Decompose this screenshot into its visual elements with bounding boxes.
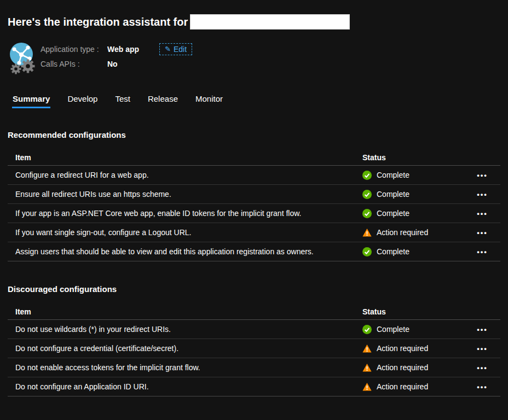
row-item-text: If you want single sign-out, configure a… — [15, 228, 362, 237]
tab-develop[interactable]: Develop — [67, 94, 98, 108]
more-options-button[interactable]: ••• — [472, 383, 493, 391]
row-status-cell: Action required — [362, 363, 472, 372]
table-header-row: Item Status — [8, 149, 500, 166]
warning-triangle-icon — [362, 344, 372, 353]
warning-triangle-icon — [362, 228, 372, 237]
complete-check-icon — [362, 247, 372, 256]
column-header-item: Item — [15, 307, 362, 316]
section-heading: Recommended configurations — [8, 130, 500, 139]
status-label: Complete — [377, 190, 409, 199]
config-table: Item Status Do not use wildcards (*) in … — [8, 304, 500, 396]
sections-container: Recommended configurations Item Status C… — [8, 130, 500, 396]
status-label: Complete — [377, 325, 409, 334]
integration-assistant-page: Here's the integration assistant for — [0, 14, 508, 396]
table-row: Configure a redirect URI for a web app. … — [8, 166, 500, 185]
section-heading: Discouraged configurations — [8, 284, 500, 294]
calls-apis-label: Calls APIs : — [41, 60, 107, 68]
row-item-text: Ensure all redirect URIs use an https sc… — [15, 190, 362, 199]
row-item-text: Do not use wildcards (*) in your redirec… — [15, 325, 362, 334]
column-header-status: Status — [362, 307, 493, 316]
globe-gears-icon — [8, 40, 36, 74]
more-options-button[interactable]: ••• — [472, 248, 493, 256]
column-header-item: Item — [15, 153, 362, 162]
row-status-cell: Action required — [362, 382, 472, 392]
application-type-value: Web app — [107, 45, 158, 54]
page-title-text: Here's the integration assistant for — [8, 16, 188, 28]
app-registration-icon — [8, 40, 36, 74]
row-item-text: Do not configure a credential (certifica… — [15, 344, 362, 353]
complete-check-icon — [362, 171, 372, 180]
more-options-button[interactable]: ••• — [472, 171, 493, 179]
calls-apis-value: No — [107, 60, 158, 68]
tab-monitor[interactable]: Monitor — [195, 94, 223, 108]
more-options-button[interactable]: ••• — [472, 229, 493, 237]
status-label: Action required — [377, 344, 428, 353]
table-row: Do not use wildcards (*) in your redirec… — [8, 320, 500, 339]
status-label: Complete — [377, 209, 409, 218]
app-info-fields: Application type : Web app ✎ Edit Calls … — [41, 40, 192, 71]
more-options-button[interactable]: ••• — [472, 364, 493, 372]
row-status-cell: Action required — [362, 344, 472, 353]
edit-button-label: Edit — [174, 45, 187, 54]
table-body: Do not use wildcards (*) in your redirec… — [8, 320, 500, 396]
tab-test[interactable]: Test — [114, 94, 131, 108]
calls-apis-row: Calls APIs : No — [41, 56, 192, 71]
row-item-text: Configure a redirect URI for a web app. — [15, 171, 362, 179]
table-row: Ensure all redirect URIs use an https sc… — [8, 185, 500, 204]
table-header-row: Item Status — [8, 304, 500, 320]
row-item-text: Do not configure an Application ID URI. — [15, 382, 362, 391]
status-label: Action required — [377, 363, 428, 372]
app-info-panel: Application type : Web app ✎ Edit Calls … — [8, 40, 500, 74]
status-label: Complete — [377, 171, 409, 179]
row-item-text: Assign users that should be able to view… — [15, 247, 362, 256]
config-section: Recommended configurations Item Status C… — [8, 130, 500, 261]
tab-bar: Summary Develop Test Release Monitor — [12, 94, 500, 108]
warning-triangle-icon — [362, 382, 372, 392]
row-status-cell: Complete — [362, 325, 472, 334]
row-item-text: Do not enable access tokens for the impl… — [15, 363, 362, 372]
table-row: Assign users that should be able to view… — [8, 242, 500, 261]
row-item-text: If your app is an ASP.NET Core web app, … — [15, 209, 362, 218]
table-row: Do not configure a credential (certifica… — [8, 339, 500, 358]
table-row: Do not configure an Application ID URI. … — [8, 377, 500, 396]
more-options-button[interactable]: ••• — [472, 190, 493, 199]
redacted-app-name-box — [190, 14, 350, 30]
warning-triangle-icon — [362, 363, 372, 372]
more-options-button[interactable]: ••• — [472, 209, 493, 218]
row-status-cell: Complete — [362, 209, 472, 218]
table-row: If you want single sign-out, configure a… — [8, 223, 500, 242]
more-options-button[interactable]: ••• — [472, 325, 493, 334]
column-header-status: Status — [362, 153, 493, 162]
table-body: Configure a redirect URI for a web app. … — [8, 166, 500, 261]
more-options-button[interactable]: ••• — [472, 345, 493, 353]
status-label: Action required — [377, 382, 428, 391]
complete-check-icon — [362, 209, 372, 218]
complete-check-icon — [362, 325, 372, 334]
config-table: Item Status Configure a redirect URI for… — [8, 149, 500, 261]
config-section: Discouraged configurations Item Status D… — [8, 284, 500, 396]
page-title: Here's the integration assistant for — [8, 14, 500, 30]
edit-pencil-icon: ✎ — [165, 45, 171, 52]
row-status-cell: Complete — [362, 190, 472, 199]
status-label: Complete — [377, 247, 409, 256]
row-status-cell: Action required — [362, 228, 472, 237]
table-row: If your app is an ASP.NET Core web app, … — [8, 204, 500, 223]
complete-check-icon — [362, 190, 372, 199]
tab-summary[interactable]: Summary — [12, 94, 50, 108]
row-status-cell: Complete — [362, 247, 472, 256]
tab-release[interactable]: Release — [147, 94, 178, 108]
edit-button[interactable]: ✎ Edit — [159, 43, 192, 55]
table-row: Do not enable access tokens for the impl… — [8, 358, 500, 377]
row-status-cell: Complete — [362, 171, 472, 180]
status-label: Action required — [377, 228, 428, 237]
application-type-row: Application type : Web app ✎ Edit — [41, 42, 192, 56]
application-type-label: Application type : — [41, 45, 107, 54]
